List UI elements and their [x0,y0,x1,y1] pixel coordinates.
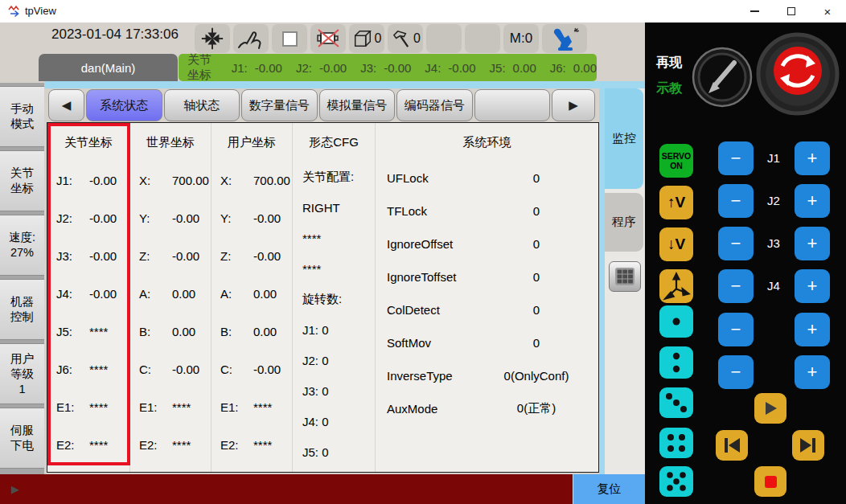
sidebar-item-servo-power[interactable]: 伺服下电 [0,408,44,469]
row-label: E2: [139,438,168,452]
sidebar-item-speed[interactable]: 速度:27% [0,215,44,276]
jog-plus-j2[interactable]: + [795,184,830,218]
workspace-count-button[interactable]: 0 [349,24,384,53]
coordinate-frame-button[interactable] [659,269,693,303]
minimize-icon [750,10,759,12]
jog-plus-5[interactable]: + [795,313,830,346]
status-row: X:700.00 [130,162,211,199]
status-row: Y:-0.00 [212,199,292,237]
sidebar-item-user-level[interactable]: 用户等级1 [0,343,44,404]
column-title: 系统环境 [376,123,598,162]
tab-system-status[interactable]: 系统状态 [86,89,162,121]
tab-program[interactable]: 程序 [605,193,643,252]
plus-icon: + [807,191,818,211]
tabs-prev-button[interactable]: ◀ [48,89,84,121]
sidebar-item-machine-control[interactable]: 机器控制 [0,279,44,340]
row-label: E2: [220,438,249,452]
play-icon [762,400,778,416]
row-label: InverseType [387,369,416,383]
step-forward-button[interactable] [792,430,824,461]
monitor-tab-label: 监控 [612,131,636,146]
keypad-button[interactable] [609,261,641,292]
robot-tool-button[interactable] [542,24,587,53]
row-label: J4: [56,287,85,301]
hand-icon [236,27,265,51]
toolbar-empty-slot [465,24,500,53]
sidebar-item-manual-mode[interactable]: 手动模式 [0,86,44,147]
joint-value: -0.00 [448,61,475,75]
teach-mode-label: 示教 [656,80,682,97]
status-row: Z:-0.00 [212,237,292,275]
row-label: ColDetect [387,303,416,317]
robot-arm-icon [548,26,581,51]
joint-label: J4: [425,61,441,75]
tab-axis-status[interactable]: 轴状态 [164,89,240,121]
play-button[interactable] [754,393,786,424]
status-row: E2:**** [130,426,211,464]
joint-readout: J1:-0.00 [232,61,282,75]
joint-value: 0.00 [513,61,536,75]
row-label: B: [220,325,249,338]
tool-count-button[interactable]: 0 [388,24,423,53]
maximize-button[interactable] [775,0,807,23]
row-value: -0.00 [253,211,281,225]
row-value: 700.00 [253,174,290,187]
close-button[interactable]: × [811,0,844,23]
dice-5-button[interactable] [659,466,693,497]
status-row: A:0.00 [212,275,292,313]
jog-plus-6[interactable]: + [795,355,830,389]
square-tool-button[interactable] [272,24,307,53]
reset-button[interactable]: 复位 [573,474,645,504]
jog-minus-5[interactable]: − [718,313,754,346]
speed-up-button[interactable]: ↑V [659,186,693,219]
jog-minus-j2[interactable]: − [718,184,754,218]
motor-disabled-button[interactable] [310,24,346,53]
column-user-coords: 用户坐标X:700.00Y:-0.00Z:-0.00A:0.00B:0.00C:… [212,123,293,472]
jog-hand-tool-button[interactable] [233,24,269,53]
skip-forward-icon [798,436,819,454]
row-value: **** [89,438,108,452]
jog-minus-j1[interactable]: − [718,141,754,175]
joint-readout: J6:0.00 [550,61,597,75]
plus-icon: + [807,233,818,254]
config-line: RIGHT [293,192,375,223]
program-tab[interactable]: dan(Main) [39,54,178,81]
row-value: 0.00 [253,325,277,338]
jog-plus-j3[interactable]: + [795,227,830,260]
stop-button[interactable] [754,466,786,497]
converge-tool-button[interactable] [195,24,230,53]
minus-icon: − [731,233,741,254]
speed-down-button[interactable]: ↓V [659,227,693,261]
jog-plus-j4[interactable]: + [795,269,830,303]
plus-icon: + [807,319,818,340]
jog-minus-6[interactable]: − [718,355,754,389]
sidebar-item-joint-coord[interactable]: 关节坐标 [0,150,44,211]
jog-minus-j4[interactable]: − [718,269,754,303]
dice-1-button[interactable] [659,305,693,338]
jog-plus-j1[interactable]: + [795,141,830,175]
sidebar-item-line: 速度: [9,230,35,245]
dice-2-button[interactable] [659,346,693,379]
jog-minus-j3[interactable]: − [718,227,754,260]
dice-4-button[interactable] [659,428,693,458]
program-right-tab-label: 程序 [612,215,636,230]
mode-selector-knob[interactable] [692,47,753,108]
sidebar-item-line: 27% [10,245,34,260]
tab-digital-signals[interactable]: 数字量信号 [241,89,318,121]
step-back-button[interactable] [716,430,748,461]
tabs-next-button[interactable]: ▶ [552,89,595,121]
tab-empty[interactable] [474,89,551,121]
row-value: -0.00 [172,249,199,263]
dice-5-icon [659,466,693,497]
config-line: J3: 0 [293,375,375,406]
tab-encoder-signals[interactable]: 编码器信号 [396,89,473,121]
tab-monitor[interactable]: 监控 [605,88,643,189]
row-label: A: [220,287,249,301]
axes-icon [662,271,691,301]
dice-3-button[interactable] [659,387,693,418]
minimize-button[interactable] [738,0,770,23]
emergency-stop-button[interactable] [756,32,840,116]
joint-label: J3: [360,61,376,75]
tab-analog-signals[interactable]: 模拟量信号 [319,89,396,121]
servo-on-button[interactable]: SERVO ON [659,144,693,178]
